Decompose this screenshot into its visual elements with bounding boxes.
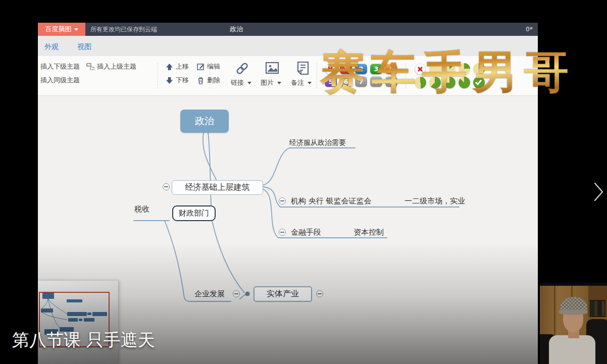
next-arrow-icon[interactable]: [591, 178, 606, 206]
node-enterprise-dev[interactable]: 企业发展: [194, 289, 225, 299]
node-economy-serves[interactable]: 经济服从政治需要: [289, 138, 346, 147]
node-real-industry[interactable]: 实体产业: [254, 286, 312, 302]
webcam-scene: [540, 286, 607, 364]
webcam-overlay: [540, 283, 607, 364]
video-subtitle: 第八节课 只手遮天: [12, 329, 155, 352]
node-markets[interactable]: 一二级市场，实业: [404, 196, 465, 206]
node-capital-control[interactable]: 资本控制: [353, 228, 384, 237]
connector-junction-dot: [245, 292, 250, 296]
collapse-icon[interactable]: [163, 183, 170, 190]
connector-base-to-economy-serves: [263, 148, 355, 185]
node-finance-dept-selected[interactable]: 财政部门: [172, 205, 216, 221]
node-institutions[interactable]: 机构 央行 银监会证监会: [291, 196, 372, 206]
node-tax[interactable]: 税收: [134, 204, 149, 214]
collapse-icon[interactable]: [279, 197, 286, 204]
connector-finance-to-real: [212, 221, 244, 293]
mindmap-app-window: 百度脑图 所有更改均已保存到云端 政治 0* 外观 视图 插入下级主题 插入上级…: [38, 23, 538, 364]
node-base-superstructure[interactable]: 经济基础上层建筑: [172, 180, 263, 195]
node-root-politics[interactable]: 政治: [180, 110, 229, 133]
collapse-icon[interactable]: [316, 290, 323, 297]
collapse-icon[interactable]: [279, 229, 286, 236]
webcam-dim-overlay: [540, 286, 607, 364]
collapse-icon[interactable]: [233, 290, 240, 297]
connector-enterprise-to-dot: [240, 294, 246, 299]
node-financial-means[interactable]: 金融手段: [291, 228, 321, 237]
